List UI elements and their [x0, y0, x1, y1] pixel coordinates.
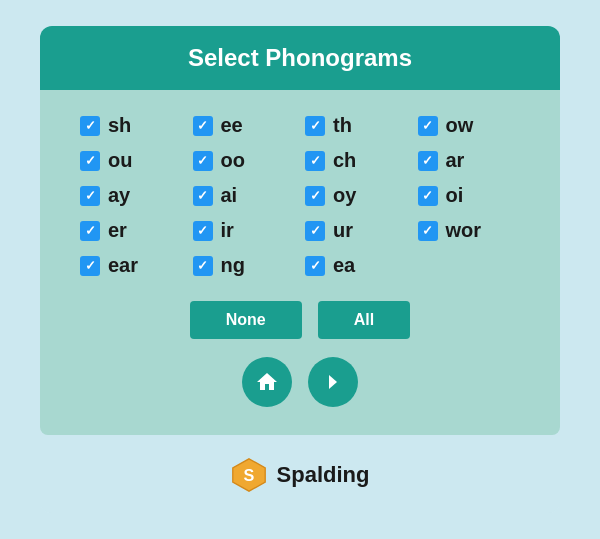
phonogram-label: ch	[333, 149, 356, 172]
phonogram-item: ch	[305, 149, 408, 172]
phonogram-checkbox[interactable]	[80, 116, 100, 136]
phonogram-label: oy	[333, 184, 356, 207]
phonogram-checkbox[interactable]	[193, 221, 213, 241]
phonogram-checkbox[interactable]	[80, 256, 100, 276]
phonogram-label: oo	[221, 149, 245, 172]
phonogram-item: ir	[193, 219, 296, 242]
main-card: Select Phonograms sheethowouoocharayaioy…	[40, 26, 560, 513]
phonogram-label: ar	[446, 149, 465, 172]
phonogram-label: ea	[333, 254, 355, 277]
arrow-right-icon	[321, 370, 345, 394]
phonogram-checkbox[interactable]	[193, 151, 213, 171]
phonogram-item: ou	[80, 149, 183, 172]
svg-text:S: S	[243, 466, 254, 484]
phonogram-grid: sheethowouoocharayaioyoierirurworearngea	[80, 114, 520, 277]
phonogram-checkbox[interactable]	[193, 256, 213, 276]
phonogram-item: th	[305, 114, 408, 137]
phonogram-item: sh	[80, 114, 183, 137]
phonogram-label: ur	[333, 219, 353, 242]
phonogram-label: ay	[108, 184, 130, 207]
header: Select Phonograms	[40, 26, 560, 90]
phonogram-checkbox[interactable]	[193, 116, 213, 136]
phonogram-checkbox[interactable]	[418, 116, 438, 136]
phonogram-checkbox[interactable]	[305, 151, 325, 171]
icon-row	[80, 357, 520, 407]
phonogram-item: wor	[418, 219, 521, 242]
phonogram-label: sh	[108, 114, 131, 137]
phonogram-label: th	[333, 114, 352, 137]
phonogram-item: ow	[418, 114, 521, 137]
phonogram-item: ea	[305, 254, 408, 277]
phonogram-checkbox[interactable]	[305, 116, 325, 136]
page-title: Select Phonograms	[60, 44, 540, 72]
phonogram-label: ir	[221, 219, 234, 242]
phonogram-label: ow	[446, 114, 474, 137]
phonogram-label: ng	[221, 254, 245, 277]
phonogram-label: oi	[446, 184, 464, 207]
phonogram-checkbox[interactable]	[418, 221, 438, 241]
phonogram-item: ng	[193, 254, 296, 277]
phonogram-checkbox[interactable]	[305, 256, 325, 276]
phonogram-item: ur	[305, 219, 408, 242]
phonogram-checkbox[interactable]	[80, 186, 100, 206]
phonogram-item: ear	[80, 254, 183, 277]
phonogram-item: ar	[418, 149, 521, 172]
phonogram-checkbox[interactable]	[305, 186, 325, 206]
logo-icon: S	[231, 457, 267, 493]
content-area: sheethowouoocharayaioyoierirurworearngea…	[40, 90, 560, 435]
phonogram-checkbox[interactable]	[80, 151, 100, 171]
phonogram-checkbox[interactable]	[80, 221, 100, 241]
phonogram-label: wor	[446, 219, 482, 242]
phonogram-label: ee	[221, 114, 243, 137]
phonogram-item: oo	[193, 149, 296, 172]
phonogram-item: er	[80, 219, 183, 242]
phonogram-checkbox[interactable]	[418, 151, 438, 171]
phonogram-label: er	[108, 219, 127, 242]
button-row: None All	[80, 301, 520, 339]
home-button[interactable]	[242, 357, 292, 407]
phonogram-checkbox[interactable]	[305, 221, 325, 241]
none-button[interactable]: None	[190, 301, 302, 339]
phonogram-checkbox[interactable]	[193, 186, 213, 206]
footer: S Spalding	[40, 453, 560, 493]
phonogram-item: ee	[193, 114, 296, 137]
next-button[interactable]	[308, 357, 358, 407]
brand-name: Spalding	[277, 462, 370, 488]
phonogram-label: ai	[221, 184, 238, 207]
phonogram-item: oi	[418, 184, 521, 207]
phonogram-checkbox[interactable]	[418, 186, 438, 206]
all-button[interactable]: All	[318, 301, 410, 339]
phonogram-item: ai	[193, 184, 296, 207]
phonogram-item: ay	[80, 184, 183, 207]
phonogram-item: oy	[305, 184, 408, 207]
phonogram-label: ou	[108, 149, 132, 172]
home-icon	[255, 370, 279, 394]
phonogram-label: ear	[108, 254, 138, 277]
